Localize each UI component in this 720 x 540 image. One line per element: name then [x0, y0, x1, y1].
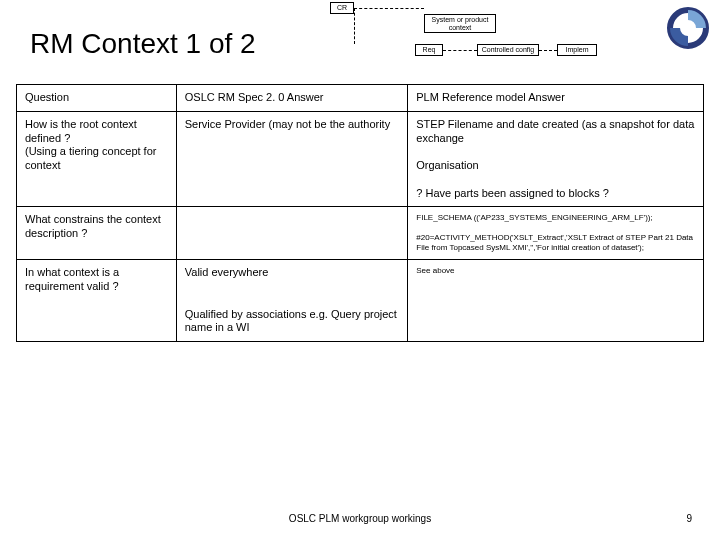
page-number: 9	[686, 513, 692, 524]
table-row: In what context is a requirement valid ?…	[17, 260, 704, 342]
cell-a3-plm: See above	[408, 260, 704, 342]
logo-icon	[666, 6, 710, 50]
diagram-connector-3	[539, 50, 557, 51]
table-row: What constrains the context description …	[17, 207, 704, 260]
a3-oslc-line2: Qualified by associations e.g. Query pro…	[185, 308, 397, 334]
q1-line1: How is the root context defined ?	[25, 118, 137, 144]
a3-oslc-line1: Valid everywhere	[185, 266, 269, 278]
a1-plm-line3: ? Have parts been assigned to blocks ?	[416, 187, 609, 199]
content-table: Question OSLC RM Spec 2. 0 Answer PLM Re…	[16, 84, 704, 342]
table-header-row: Question OSLC RM Spec 2. 0 Answer PLM Re…	[17, 85, 704, 112]
cell-a1-plm: STEP Filename and date created (as a sna…	[408, 111, 704, 207]
header-oslc: OSLC RM Spec 2. 0 Answer	[176, 85, 408, 112]
diagram-cr-box: CR	[330, 2, 354, 14]
table-row: How is the root context defined ? (Using…	[17, 111, 704, 207]
a1-plm-line2: Organisation	[416, 159, 478, 171]
diagram-impl-box: Implem	[557, 44, 597, 56]
diagram-connector-2	[443, 50, 477, 51]
diagram-connector-v	[354, 8, 355, 44]
cell-a1-oslc: Service Provider (may not be the authori…	[176, 111, 408, 207]
footer-text: OSLC PLM workgroup workings	[0, 513, 720, 524]
cell-a2-plm: FILE_SCHEMA (('AP233_SYSTEMS_ENGINEERING…	[408, 207, 704, 260]
cell-q2: What constrains the context description …	[17, 207, 177, 260]
cell-q1: How is the root context defined ? (Using…	[17, 111, 177, 207]
header-plm: PLM Reference model Answer	[408, 85, 704, 112]
context-diagram: CR System or product context Req Control…	[330, 2, 660, 72]
diagram-system-box: System or product context	[424, 14, 496, 33]
slide-title: RM Context 1 of 2	[30, 28, 256, 60]
diagram-connector	[354, 8, 424, 9]
cell-a2-oslc	[176, 207, 408, 260]
diagram-cc-box: Controlled config	[477, 44, 539, 56]
a1-plm-line1: STEP Filename and date created (as a sna…	[416, 118, 694, 144]
q1-line2: (Using a tiering concept for context	[25, 145, 156, 171]
a2-plm-line1: FILE_SCHEMA (('AP233_SYSTEMS_ENGINEERING…	[416, 213, 652, 222]
cell-a3-oslc: Valid everywhere Qualified by associatio…	[176, 260, 408, 342]
a2-plm-line2: #20=ACTIVITY_METHOD('XSLT_Extract','XSLT…	[416, 233, 693, 252]
slide: RM Context 1 of 2 CR System or product c…	[0, 0, 720, 540]
diagram-req-box: Req	[415, 44, 443, 56]
cell-q3: In what context is a requirement valid ?	[17, 260, 177, 342]
header-question: Question	[17, 85, 177, 112]
